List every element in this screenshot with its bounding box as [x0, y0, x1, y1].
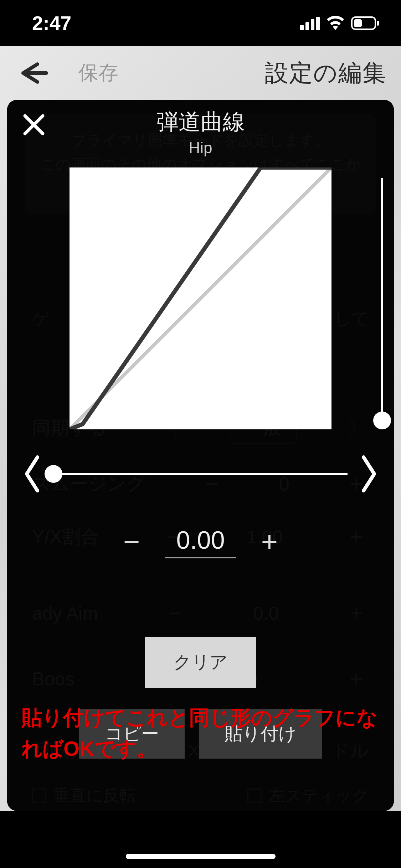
prev-button[interactable]	[21, 454, 43, 494]
wifi-icon	[326, 16, 345, 30]
modal-subtitle: Hip	[7, 139, 394, 157]
battery-icon	[351, 16, 380, 30]
decrease-button[interactable]: −	[123, 526, 140, 558]
close-button[interactable]	[21, 112, 46, 139]
increase-button[interactable]: +	[261, 526, 278, 558]
svg-rect-1	[354, 19, 362, 27]
vertical-slider[interactable]	[381, 178, 383, 420]
cellular-icon	[300, 16, 320, 30]
save-button[interactable]: 保存	[78, 60, 118, 87]
modal-title: 弾道曲線	[7, 107, 394, 137]
vertical-slider-thumb[interactable]	[373, 412, 391, 429]
horizontal-slider-thumb[interactable]	[45, 465, 62, 483]
horizontal-slider[interactable]	[53, 473, 348, 475]
status-icons	[300, 16, 380, 30]
svg-rect-2	[377, 21, 379, 26]
ballistic-chart[interactable]	[70, 167, 331, 429]
annotation-instruction: 貼り付けてこれと同じ形のグラフになればOKです。	[21, 702, 380, 764]
status-bar: 2:47	[0, 0, 401, 46]
value-stepper: − 0.00 +	[123, 526, 278, 558]
page-title: 設定の編集	[265, 57, 390, 89]
status-time: 2:47	[32, 12, 71, 35]
next-button[interactable]	[358, 454, 380, 494]
clear-button[interactable]: クリア	[145, 637, 256, 688]
curve-value[interactable]: 0.00	[165, 526, 236, 558]
ballistic-curve-modal: 弾道曲線 Hip − 0.00 +	[7, 100, 394, 811]
page-header: 保存 設定の編集	[0, 46, 401, 100]
home-indicator[interactable]	[126, 854, 276, 859]
back-button[interactable]	[11, 61, 53, 86]
